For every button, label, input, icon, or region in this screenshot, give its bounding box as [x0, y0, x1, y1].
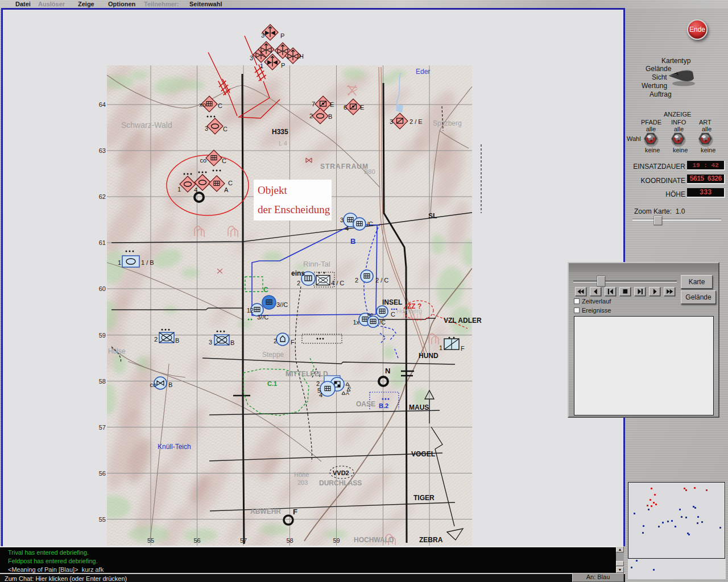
- svg-text:2: 2: [297, 280, 300, 286]
- svg-text:Schwarz-Wald: Schwarz-Wald: [121, 120, 172, 130]
- svg-text:4: 4: [345, 225, 349, 232]
- svg-text:HOCHWALD: HOCHWALD: [354, 536, 394, 544]
- svg-text:56: 56: [193, 537, 200, 544]
- svg-text:OASE: OASE: [356, 400, 375, 408]
- svg-text:C: C: [228, 180, 233, 186]
- svg-text:2: 2: [274, 338, 277, 344]
- svg-text:MAUS: MAUS: [409, 404, 429, 411]
- svg-text:VVD2: VVD2: [333, 469, 349, 476]
- svg-text:VOGEL: VOGEL: [411, 450, 435, 458]
- svg-text:B: B: [175, 337, 179, 344]
- svg-text:64: 64: [99, 101, 106, 108]
- svg-text:57: 57: [99, 424, 106, 431]
- svg-text:der Enscheidung: der Enscheidung: [258, 203, 330, 215]
- svg-text:55: 55: [99, 516, 106, 523]
- svg-text:co: co: [150, 381, 156, 388]
- svg-text:59: 59: [99, 332, 106, 339]
- svg-text:P: P: [280, 32, 284, 39]
- svg-text:3: 3: [205, 125, 208, 132]
- svg-text:B: B: [350, 237, 355, 246]
- svg-text:L 4: L 4: [279, 140, 287, 147]
- svg-text:A: A: [346, 390, 349, 396]
- svg-text:Eder: Eder: [416, 68, 430, 76]
- svg-text:B80: B80: [364, 168, 375, 175]
- svg-text:59: 59: [333, 537, 340, 544]
- svg-text:B: B: [328, 113, 332, 120]
- svg-text:2: 2: [316, 380, 320, 387]
- svg-text:F: F: [291, 339, 295, 346]
- svg-text:B: B: [230, 339, 234, 346]
- svg-text:Höhe: Höhe: [294, 471, 309, 478]
- svg-text:ZEBRA: ZEBRA: [419, 536, 443, 544]
- svg-text:B.2: B.2: [379, 402, 388, 409]
- svg-text:HUND: HUND: [419, 352, 439, 360]
- svg-text:SL: SL: [428, 212, 437, 220]
- svg-text:Knüll-Teich: Knüll-Teich: [158, 443, 191, 451]
- svg-text:62: 62: [99, 193, 106, 200]
- svg-text:xo: xo: [199, 101, 206, 108]
- svg-text:ABWEHR: ABWEHR: [250, 508, 281, 516]
- svg-text:Rinn-Tal: Rinn-Tal: [303, 260, 330, 268]
- svg-text:56: 56: [99, 470, 106, 477]
- svg-text:C.1: C.1: [267, 380, 277, 387]
- svg-text:1x: 1x: [353, 319, 359, 326]
- svg-text:58: 58: [286, 537, 293, 544]
- svg-text:C: C: [391, 311, 395, 318]
- svg-text:7: 7: [312, 101, 315, 107]
- svg-text:DURCHLASS: DURCHLASS: [319, 479, 362, 487]
- svg-text:MITTELFELD: MITTELFELD: [286, 370, 328, 378]
- svg-text:TIGER: TIGER: [413, 494, 435, 502]
- svg-text:1: 1: [177, 186, 181, 193]
- svg-text:3: 3: [261, 32, 264, 39]
- svg-text:12: 12: [247, 307, 254, 314]
- svg-text:63: 63: [99, 147, 106, 154]
- svg-text:Spitzberg: Spitzberg: [433, 119, 462, 127]
- svg-text:E: E: [360, 104, 364, 111]
- svg-text:H335: H335: [272, 128, 288, 136]
- svg-text:C: C: [218, 102, 222, 109]
- svg-text:55: 55: [147, 537, 154, 544]
- svg-text:Hülse: Hülse: [108, 347, 126, 355]
- svg-text:B: B: [168, 381, 172, 388]
- svg-text:1 / B: 1 / B: [141, 259, 154, 266]
- svg-text:C: C: [222, 157, 226, 164]
- svg-text:Homberg: Homberg: [396, 307, 422, 314]
- svg-text:4: 4: [319, 392, 322, 398]
- svg-text:2: 2: [355, 277, 358, 284]
- svg-text:3: 3: [340, 217, 344, 223]
- svg-text:STRAFRAUM: STRAFRAUM: [320, 163, 369, 171]
- svg-text:A: A: [224, 186, 229, 193]
- svg-text:N: N: [385, 367, 390, 375]
- svg-text:58: 58: [99, 378, 106, 385]
- svg-text:co: co: [200, 157, 206, 164]
- svg-text:1: 1: [118, 259, 121, 266]
- svg-text:/C: /C: [379, 319, 386, 326]
- svg-text:3//C: 3//C: [257, 314, 268, 321]
- svg-text:61: 61: [99, 239, 106, 246]
- svg-text:2 / E: 2 / E: [410, 118, 423, 125]
- svg-text:3: 3: [390, 118, 393, 125]
- svg-text:C: C: [223, 126, 228, 132]
- svg-text:3: 3: [209, 339, 212, 346]
- svg-text:2: 2: [154, 336, 158, 343]
- svg-text:Steppe: Steppe: [262, 351, 284, 359]
- svg-text:3: 3: [250, 55, 253, 61]
- svg-text:C: C: [263, 286, 268, 294]
- svg-text:Objekt: Objekt: [258, 184, 287, 196]
- svg-text:4 / C: 4 / C: [331, 280, 344, 286]
- svg-text:203: 203: [297, 479, 308, 486]
- svg-text:INSEL: INSEL: [382, 298, 402, 306]
- svg-text:/C: /C: [367, 221, 373, 227]
- svg-text:eins: eins: [291, 269, 305, 277]
- svg-text:F: F: [461, 345, 465, 352]
- svg-text:VZL ADLER: VZL ADLER: [444, 317, 482, 325]
- svg-text:2 / C: 2 / C: [375, 277, 388, 284]
- svg-text:2: 2: [309, 113, 313, 119]
- svg-text:ee: ee: [367, 311, 373, 317]
- svg-text:H: H: [299, 53, 304, 60]
- svg-text:A: A: [348, 384, 351, 390]
- svg-text:57: 57: [240, 537, 247, 544]
- svg-text:P: P: [281, 62, 285, 69]
- svg-text:3//C: 3//C: [276, 301, 288, 308]
- svg-text:E: E: [330, 101, 334, 108]
